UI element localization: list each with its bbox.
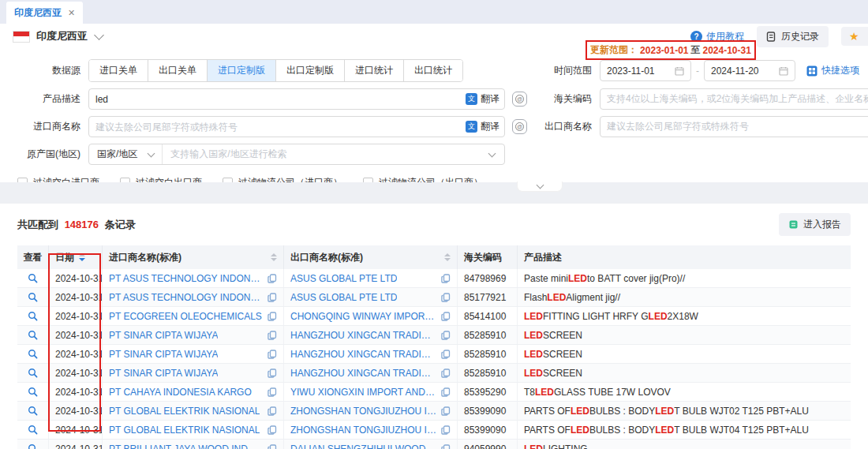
view-record-button[interactable] [17,364,49,382]
copy-icon[interactable] [263,312,277,321]
view-record-button[interactable] [17,383,49,401]
sort-icon[interactable] [79,253,85,261]
collapse-panel-button[interactable] [517,181,563,192]
view-record-button[interactable] [17,421,49,439]
view-record-button[interactable] [17,440,49,449]
importer-name-link[interactable]: PT ASUS TECHNOLOGY INDONESIA BA... [109,273,263,284]
exporter-name-link[interactable]: DALIAN SHENGZHIHUI WOOD INDUST... [290,443,436,449]
copy-icon[interactable] [436,312,451,321]
search-icon[interactable] [28,387,38,397]
search-icon[interactable] [28,330,38,340]
datasource-tab[interactable]: 出口关单 [148,60,207,81]
search-icon[interactable] [28,425,38,435]
importer-name-link[interactable]: PT GLOBAL ELEKTRIK NASIONAL [109,425,260,436]
search-icon[interactable] [28,349,38,359]
date-from-input[interactable]: 2023-11-01 [600,60,691,81]
quick-options-link[interactable]: 快捷选项 [806,64,859,77]
chevron-down-icon[interactable] [94,30,104,40]
country-tab[interactable]: 印度尼西亚 ✕ [6,2,83,24]
origin-country-select[interactable]: 国家/地区 [89,144,163,164]
importer-name-link[interactable]: PT GLOBAL ELEKTRIK NASIONAL [109,406,260,417]
results-table: 查看日期进口商名称(标准)出口商名称(标准)海关编码产品描述 2024-10-3… [17,245,851,449]
view-record-button[interactable] [17,307,49,325]
exact-match-toggle[interactable]: @ [512,119,527,134]
history-button[interactable]: 历史记录 [757,26,829,47]
exporter-name-link[interactable]: ZHONGSHAN TONGJIUZHOU INTERNA... [290,425,436,436]
close-icon[interactable]: ✕ [68,8,75,18]
search-icon[interactable] [28,311,38,321]
view-record-button[interactable] [17,269,49,287]
importer-name-cell: PT GLOBAL ELEKTRIK NASIONAL [103,421,284,439]
exporter-name-link[interactable]: HANGZHOU XINGCAN TRADING CO LTD [290,330,436,341]
copy-icon[interactable] [436,293,451,302]
copy-icon[interactable] [436,387,451,397]
product-desc-input[interactable] [95,94,458,105]
importer-name-link[interactable]: PT ASUS TECHNOLOGY INDONESIA BA... [109,292,263,303]
search-icon[interactable] [28,443,38,449]
copy-icon[interactable] [436,331,451,340]
sort-icon[interactable] [271,253,277,261]
report-icon [788,219,799,230]
table-row: 2024-10-31PT CAHAYA INDONESIA KARGOYIWU … [17,383,851,402]
exporter-name-link[interactable]: ASUS GLOBAL PTE LTD [290,273,397,284]
exporter-name-link[interactable]: ASUS GLOBAL PTE LTD [290,292,397,303]
datasource-tab[interactable]: 进口关单 [89,60,148,81]
date-to-input[interactable]: 2024-11-20 [704,60,795,81]
exporter-name-link[interactable]: HANGZHOU XINGCAN TRADING CO LTD [290,368,436,379]
importer-name-input[interactable] [95,122,458,133]
copy-icon[interactable] [436,425,451,435]
translate-button[interactable]: 文 翻译 [466,92,499,106]
search-icon[interactable] [28,406,38,416]
exporter-name-link[interactable]: ZHONGSHAN TONGJIUZHOU INTERNA... [290,406,436,417]
importer-name-link[interactable]: PT SINAR CIPTA WIJAYA [109,330,218,341]
view-record-button[interactable] [17,326,49,344]
datasource-tab[interactable]: 进口统计 [344,60,403,81]
copy-icon[interactable] [263,444,277,449]
exporter-name-cell: ZHONGSHAN TONGJIUZHOU INTERNA... [284,402,458,420]
copy-icon[interactable] [263,406,277,416]
copy-icon[interactable] [263,425,277,435]
copy-icon[interactable] [263,350,277,359]
copy-icon[interactable] [263,387,277,397]
hs-code-input[interactable]: 支持4位以上海关编码，或2位海关编码加上产品描述、企业名称的任意信息 [600,88,868,110]
view-record-button[interactable] [17,402,49,420]
importer-name-link[interactable]: PT SINAR CIPTA WIJAYA [109,368,218,379]
exporter-name-link[interactable]: CHONGQING WINWAY IMPORT AND E... [290,311,436,322]
importer-name-link[interactable]: PT SINAR CIPTA WIJAYA [109,349,218,360]
search-icon[interactable] [28,368,38,378]
search-icon[interactable] [28,273,38,283]
copy-icon[interactable] [436,406,451,416]
view-record-button[interactable] [17,288,49,306]
column-header[interactable]: 出口商名称(标准) [284,245,458,269]
column-header[interactable]: 进口商名称(标准) [103,245,284,269]
datasource-tab[interactable]: 进口定制版 [207,60,275,81]
favorite-button[interactable]: ★ [841,27,868,46]
chevron-down-icon [536,181,544,189]
search-icon[interactable] [28,292,38,302]
calendar-icon [675,66,684,76]
product-desc-cell: LED LIGHTING [518,440,851,449]
importer-name-link[interactable]: PT CAHAYA INDONESIA KARGO [109,387,252,398]
exporter-name-link[interactable]: HANGZHOU XINGCAN TRADING CO LTD [290,349,436,360]
column-header[interactable]: 日期 [49,245,103,269]
datasource-tab[interactable]: 出口定制版 [275,60,344,81]
origin-country-control[interactable]: 国家/地区 支持输入国家/地区进行检索 [88,144,505,165]
copy-icon[interactable] [263,293,277,302]
translate-button[interactable]: 文 翻译 [466,120,499,133]
copy-icon[interactable] [436,444,451,449]
view-record-button[interactable] [17,345,49,363]
exporter-name-input[interactable]: 建议去除公司尾部字符或特殊符号 [600,116,868,137]
copy-icon[interactable] [436,274,451,283]
importer-name-link[interactable]: PT ECOGREEN OLEOCHEMICALS [109,311,262,322]
copy-icon[interactable] [263,369,277,378]
sort-icon[interactable] [444,253,451,261]
copy-icon[interactable] [263,274,277,283]
enter-report-button[interactable]: 进入报告 [779,213,851,236]
exporter-name-link[interactable]: YIWU XIONGXIN IMPORT AND EXPORT... [290,387,436,398]
datasource-tab[interactable]: 出口统计 [403,60,462,81]
importer-name-link[interactable]: PT BRILLIANT JAYA WOOD INDUSTRY [109,443,263,449]
copy-icon[interactable] [263,331,277,340]
copy-icon[interactable] [436,350,451,359]
exact-match-toggle[interactable]: @ [512,92,527,107]
copy-icon[interactable] [436,369,451,378]
